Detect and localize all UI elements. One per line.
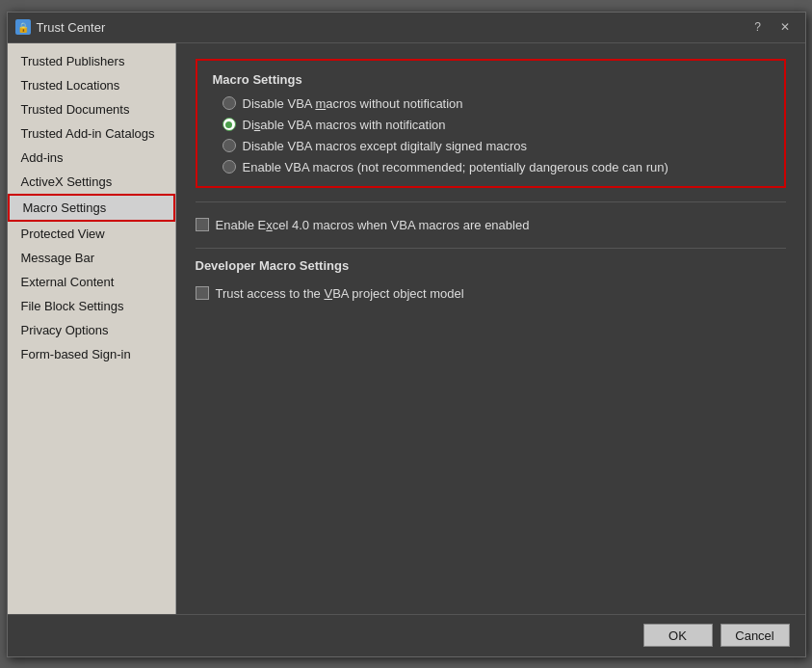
radio-disable-signed[interactable]: Disable VBA macros except digitally sign… [223,139,769,153]
dialog-icon: 🔒 [15,19,31,35]
sidebar-item-external-content[interactable]: External Content [8,270,175,294]
sidebar-item-trusted-addin-catalogs[interactable]: Trusted Add-in Catalogs [8,121,175,146]
sidebar-item-form-based-signin[interactable]: Form-based Sign-in [8,342,175,366]
sidebar-item-activex-settings[interactable]: ActiveX Settings [8,170,175,194]
trust-center-dialog: 🔒 Trust Center ? ✕ Trusted PublishersTru… [7,12,806,657]
excel-macro-checkbox-row[interactable]: Enable Excel 4.0 macros when VBA macros … [196,212,786,238]
macro-settings-section: Macro Settings Disable VBA macros withou… [196,59,786,188]
macro-settings-title: Macro Settings [213,72,769,87]
radio-enable-macros[interactable]: Enable VBA macros (not recommended; pote… [223,160,769,174]
help-button[interactable]: ? [746,17,771,37]
dialog-title: Trust Center [37,20,106,35]
sidebar-item-message-bar[interactable]: Message Bar [8,246,175,270]
ok-button[interactable]: OK [643,624,713,647]
separator-2 [196,248,786,249]
cancel-button[interactable]: Cancel [720,624,790,647]
vba-trust-label: Trust access to the VBA project object m… [216,286,464,301]
sidebar-item-trusted-locations[interactable]: Trusted Locations [8,73,175,97]
sidebar-item-macro-settings[interactable]: Macro Settings [8,194,175,222]
radio-label-1: Disable VBA macros without notification [243,96,463,111]
developer-title: Developer Macro Settings [196,258,786,273]
separator-1 [196,201,786,202]
title-bar: 🔒 Trust Center ? ✕ [8,13,805,43]
radio-circle-3 [223,139,236,152]
radio-group: Disable VBA macros without notification … [213,96,769,174]
dialog-footer: OK Cancel [8,614,805,656]
sidebar-item-add-ins[interactable]: Add-ins [8,146,175,170]
dialog-body: Trusted PublishersTrusted LocationsTrust… [8,43,805,614]
radio-label-4: Enable VBA macros (not recommended; pote… [243,160,668,174]
sidebar-item-trusted-publishers[interactable]: Trusted Publishers [8,49,175,73]
vba-trust-checkbox[interactable] [196,286,209,300]
developer-section: Developer Macro Settings Trust access to… [196,258,786,307]
title-buttons: ? ✕ [746,17,798,37]
vba-trust-checkbox-row[interactable]: Trust access to the VBA project object m… [196,281,786,307]
radio-circle-4 [223,160,236,174]
sidebar-item-trusted-documents[interactable]: Trusted Documents [8,97,175,121]
radio-disable-notify[interactable]: Disable VBA macros with notification [223,118,769,132]
sidebar: Trusted PublishersTrusted LocationsTrust… [8,43,176,614]
radio-circle-1 [223,96,236,110]
sidebar-item-file-block-settings[interactable]: File Block Settings [8,294,175,318]
close-button[interactable]: ✕ [773,17,798,37]
radio-circle-2 [223,118,236,131]
radio-disable-no-notify[interactable]: Disable VBA macros without notification [223,96,769,111]
radio-label-2: Disable VBA macros with notification [243,118,446,132]
sidebar-item-privacy-options[interactable]: Privacy Options [8,318,175,342]
content-area: Macro Settings Disable VBA macros withou… [176,43,805,614]
radio-label-3: Disable VBA macros except digitally sign… [243,139,528,153]
excel-macro-label: Enable Excel 4.0 macros when VBA macros … [216,218,530,232]
title-bar-left: 🔒 Trust Center [15,19,106,35]
sidebar-item-protected-view[interactable]: Protected View [8,222,175,246]
excel-macro-checkbox[interactable] [196,218,209,231]
